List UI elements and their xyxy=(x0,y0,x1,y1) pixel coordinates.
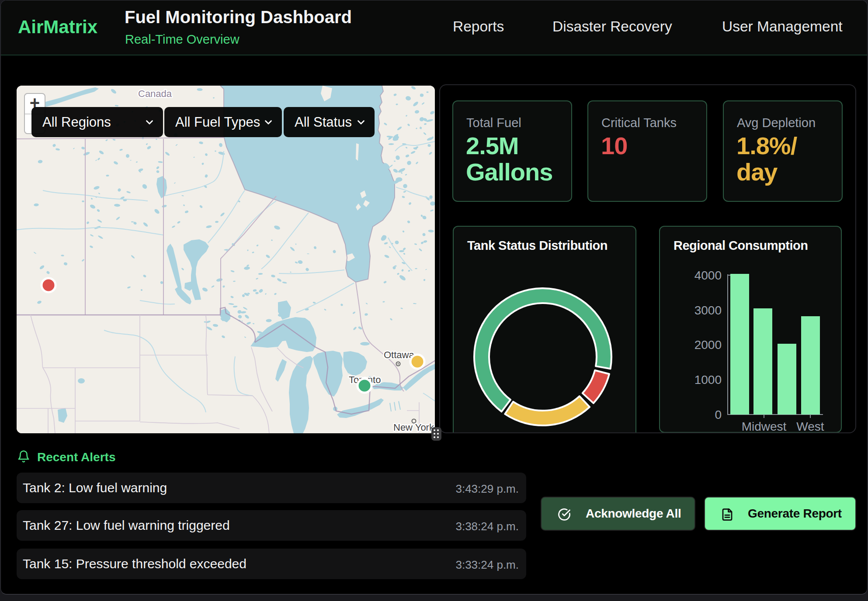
svg-text:Canada: Canada xyxy=(138,88,172,99)
svg-text:New York: New York xyxy=(393,422,434,433)
svg-text:3000: 3000 xyxy=(694,304,722,317)
svg-text:West: West xyxy=(796,420,824,433)
svg-text:Midwest: Midwest xyxy=(742,420,787,433)
svg-text:0: 0 xyxy=(715,408,722,421)
svg-text:2000: 2000 xyxy=(694,338,722,352)
svg-text:4000: 4000 xyxy=(694,269,722,282)
svg-text:1000: 1000 xyxy=(694,373,722,387)
